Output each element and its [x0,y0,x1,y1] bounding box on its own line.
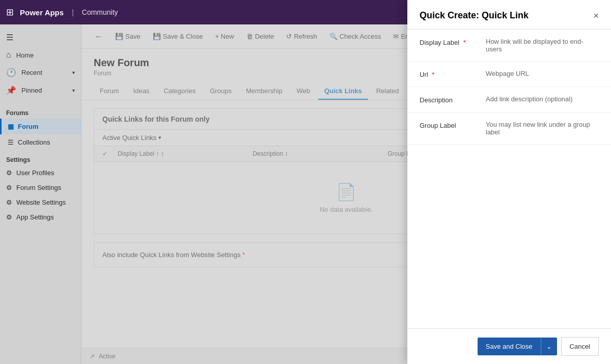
panel-header: Quick Create: Quick Link × [407,0,611,30]
field-label-url: Url * [420,70,486,78]
panel-field-description: Description Add link description (option… [407,87,611,113]
save-and-close-button[interactable]: Save and Close ⌄ [478,338,557,355]
field-label-description: Description [420,95,486,104]
url-value[interactable]: Webpage URL [486,70,599,77]
display-label-value[interactable]: How link will be displayed to end-users [486,38,599,53]
app-name: Power Apps [20,8,64,17]
field-label-display: Display Label * [420,38,486,46]
save-and-close-label: Save and Close [478,338,541,355]
panel-footer: Save and Close ⌄ Cancel [407,328,611,364]
cancel-button[interactable]: Cancel [561,337,599,356]
save-and-close-arrow-icon[interactable]: ⌄ [541,338,557,355]
panel-body: Display Label * How link will be display… [407,30,611,328]
panel-title: Quick Create: Quick Link [420,10,529,21]
separator: | [72,8,74,16]
display-label-required-icon: * [463,39,466,46]
description-value[interactable]: Add link description (optional) [486,95,599,103]
panel-field-url: Url * Webpage URL [407,62,611,87]
panel-close-button[interactable]: × [593,11,599,20]
quick-create-panel: Quick Create: Quick Link × Display Label… [407,0,611,364]
panel-field-display-label: Display Label * How link will be display… [407,30,611,62]
waffle-icon[interactable]: ⊞ [6,7,14,18]
panel-field-group-label: Group Label You may list new link under … [407,113,611,145]
environment-name: Community [82,8,118,16]
field-label-group: Group Label [420,121,486,129]
background-overlay [0,24,407,364]
url-required-icon: * [432,71,434,78]
group-label-value[interactable]: You may list new link under a group labe… [486,121,599,136]
